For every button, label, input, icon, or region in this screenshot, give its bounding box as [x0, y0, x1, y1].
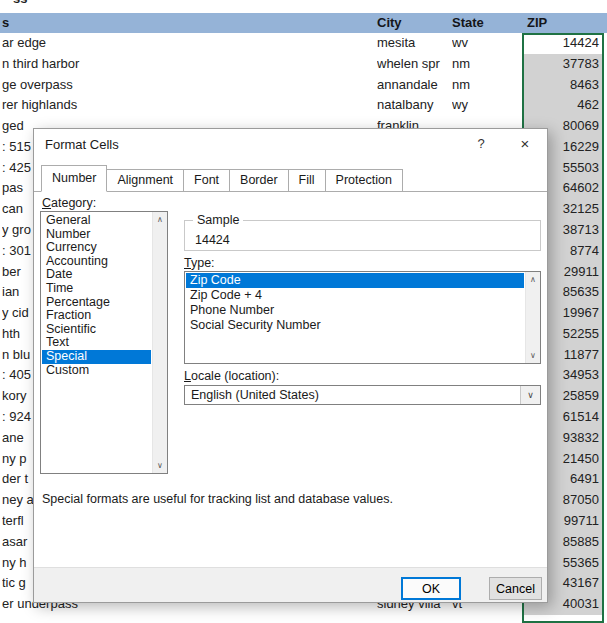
- category-label: Category:: [42, 196, 96, 210]
- type-item[interactable]: Zip Code + 4: [186, 288, 524, 303]
- category-item[interactable]: Accounting: [42, 255, 151, 269]
- type-label: Type:: [184, 256, 215, 270]
- cell-city[interactable]: mesita: [377, 33, 451, 54]
- tab[interactable]: Font: [183, 169, 230, 191]
- chevron-down-icon: ∨: [527, 390, 534, 400]
- type-items: Zip CodeZip Code + 4Phone NumberSocial S…: [186, 273, 524, 333]
- clipped-text: ss: [13, 0, 39, 5]
- cell-address[interactable]: ge overpass: [2, 75, 342, 96]
- scroll-up-icon[interactable]: ∧: [153, 212, 167, 227]
- close-button[interactable]: ×: [510, 132, 540, 155]
- header-city: City: [377, 13, 402, 33]
- sheet-header-row: s City State ZIP: [0, 13, 607, 33]
- cancel-button[interactable]: Cancel: [489, 577, 542, 600]
- dialog-footer: OK Cancel: [34, 567, 547, 602]
- type-item[interactable]: Phone Number: [186, 303, 524, 318]
- sample-label: Sample: [193, 213, 243, 227]
- category-item[interactable]: Percentage: [42, 296, 151, 310]
- header-state: State: [452, 13, 484, 33]
- cell-state[interactable]: nm: [452, 75, 512, 96]
- category-item[interactable]: Text: [42, 336, 151, 350]
- cell-address[interactable]: n third harbor: [2, 54, 342, 75]
- cell-state[interactable]: wv: [452, 33, 512, 54]
- scroll-up-icon[interactable]: ∧: [526, 272, 540, 287]
- tab-strip: NumberAlignmentFontBorderFillProtection: [34, 165, 547, 192]
- tab[interactable]: Border: [229, 169, 289, 191]
- dialog-title: Format Cells: [45, 137, 119, 152]
- locale-label: Locale (location):: [184, 369, 279, 383]
- category-item[interactable]: General: [42, 214, 151, 228]
- cell-zip[interactable]: 37783: [524, 54, 602, 75]
- tab[interactable]: Number: [41, 165, 107, 192]
- category-item[interactable]: Custom: [42, 364, 151, 378]
- scroll-down-icon[interactable]: ∨: [526, 348, 540, 363]
- header-zip: ZIP: [527, 13, 547, 33]
- type-listbox: Zip CodeZip Code + 4Phone NumberSocial S…: [184, 271, 541, 364]
- close-icon: ×: [521, 135, 530, 152]
- locale-value: English (United States): [191, 386, 319, 404]
- sample-value: 14424: [195, 233, 230, 247]
- tab[interactable]: Fill: [288, 169, 326, 191]
- category-item[interactable]: Date: [42, 268, 151, 282]
- cell-state[interactable]: nm: [452, 54, 512, 75]
- cell-city[interactable]: whelen spr: [377, 54, 451, 75]
- cell-address[interactable]: rer highlands: [2, 95, 342, 116]
- category-item[interactable]: Scientific: [42, 323, 151, 337]
- sheet-row[interactable]: rer highlands natalbany wy 462: [0, 95, 607, 116]
- cell-state[interactable]: wy: [452, 95, 512, 116]
- category-item[interactable]: Number: [42, 228, 151, 242]
- cell-city[interactable]: natalbany: [377, 95, 451, 116]
- type-scrollbar[interactable]: ∧ ∨: [525, 272, 540, 363]
- special-format-description: Special formats are useful for tracking …: [42, 492, 393, 506]
- sheet-row[interactable]: n third harbor whelen spr nm 37783: [0, 54, 607, 75]
- category-items: GeneralNumberCurrencyAccountingDateTimeP…: [42, 214, 151, 377]
- type-item[interactable]: Zip Code: [186, 273, 524, 288]
- clipped-row-fragment: ss: [13, 0, 39, 5]
- sample-groupbox: Sample 14424: [184, 220, 541, 251]
- category-item[interactable]: Currency: [42, 241, 151, 255]
- dropdown-button[interactable]: ∨: [520, 386, 540, 404]
- tab[interactable]: Protection: [325, 169, 403, 191]
- tab[interactable]: Alignment: [106, 169, 184, 191]
- cell-zip[interactable]: 462: [524, 95, 602, 116]
- help-button[interactable]: ?: [466, 132, 496, 155]
- sheet-row[interactable]: ge overpass annandale nm 8463: [0, 75, 607, 96]
- category-item[interactable]: Time: [42, 282, 151, 296]
- sheet-row[interactable]: ar edge mesita wv 14424: [0, 33, 607, 54]
- format-cells-dialog: Format Cells ? × NumberAlignmentFontBord…: [33, 128, 548, 603]
- header-address-partial: s: [2, 13, 9, 33]
- category-item[interactable]: Special: [42, 350, 151, 364]
- help-icon: ?: [477, 136, 484, 151]
- cell-zip[interactable]: 8463: [524, 75, 602, 96]
- cell-address[interactable]: ar edge: [2, 33, 342, 54]
- category-listbox: GeneralNumberCurrencyAccountingDateTimeP…: [40, 211, 168, 474]
- category-scrollbar[interactable]: ∧ ∨: [152, 212, 167, 473]
- cell-zip[interactable]: 14424: [524, 33, 602, 54]
- locale-combobox[interactable]: English (United States) ∨: [184, 385, 541, 405]
- cell-city[interactable]: annandale: [377, 75, 451, 96]
- ok-button[interactable]: OK: [401, 577, 461, 600]
- category-item[interactable]: Fraction: [42, 309, 151, 323]
- type-item[interactable]: Social Security Number: [186, 318, 524, 333]
- scroll-down-icon[interactable]: ∨: [153, 458, 167, 473]
